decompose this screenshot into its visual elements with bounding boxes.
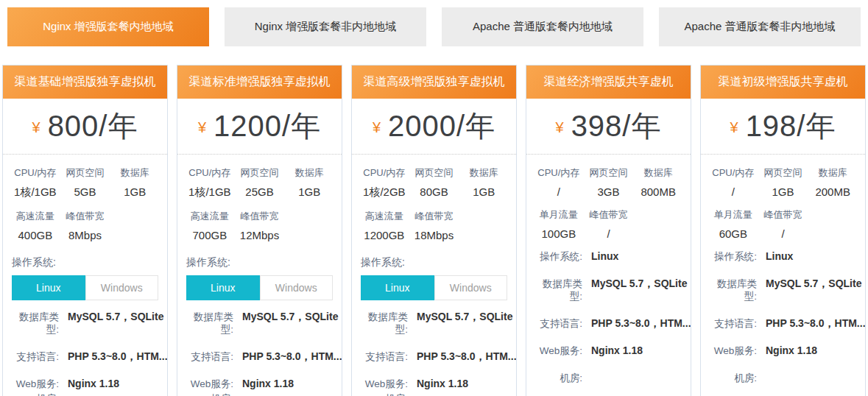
- spec-label: 数据库: [110, 166, 160, 180]
- spec-label: 峰值带宽: [60, 210, 110, 223]
- detail-label: 机房:: [359, 392, 408, 396]
- detail-value: Nginx 1.18: [68, 378, 119, 390]
- price-block: ¥2000/年: [352, 99, 516, 155]
- spec-spacer: [808, 208, 858, 222]
- spec-value: 80GB: [409, 185, 459, 199]
- detail-row: 机房:: [3, 392, 167, 396]
- os-toggle: LinuxWindows: [361, 275, 507, 300]
- detail-label: 支持语言:: [708, 317, 757, 330]
- detail-row: 操作系统:Linux: [701, 250, 865, 263]
- spec-value: 60GB: [708, 227, 758, 240]
- currency-symbol: ¥: [730, 119, 738, 136]
- tab-plan-2[interactable]: Apache 普通版套餐内地地域: [442, 7, 643, 46]
- detail-row: 操作系统:Linux: [526, 250, 691, 263]
- details-list: 操作系统:Linux数据库类型:MySQL 5.7，SQLite支持语言:PHP…: [701, 250, 865, 384]
- detail-row: 数据库类型:MySQL 5.7，SQLite: [526, 277, 691, 303]
- spec-label: 峰值带宽: [758, 208, 808, 222]
- pricing-card: 渠道初级增强版共享虚机¥198/年CPU/内存网页空间数据库/1GB200MB单…: [700, 65, 866, 396]
- spec-value: 1GB: [758, 185, 808, 198]
- detail-row: 支持语言:PHP 5.3~8.0，HTM...: [701, 317, 865, 330]
- detail-value: Linux: [766, 250, 793, 263]
- tab-plan-3[interactable]: Apache 普通版套餐非内地地域: [659, 7, 861, 46]
- spec-value: /: [758, 227, 808, 240]
- currency-symbol: ¥: [198, 119, 206, 136]
- spec-value: 1GB: [284, 185, 334, 199]
- spec-label: 数据库: [808, 166, 858, 180]
- spec-value: /: [584, 227, 634, 240]
- spec-value: 3GB: [584, 185, 634, 198]
- spec-label: 数据库: [459, 166, 509, 180]
- spec-value: 1核/1GB: [185, 185, 235, 199]
- spec-label: 高速流量: [10, 210, 60, 223]
- card-title: 渠道初级增强版共享虚机: [701, 66, 865, 99]
- detail-row: Web服务:Nginx 1.18: [177, 378, 342, 390]
- detail-label: Web服务:: [185, 378, 233, 390]
- spec-spacer: [633, 208, 683, 222]
- detail-label: 机房:: [10, 392, 59, 396]
- spec-value: 5GB: [60, 185, 110, 199]
- detail-value: PHP 5.3~8.0，HTM...: [417, 350, 517, 363]
- tab-plan-1[interactable]: Nginx 增强版套餐非内地地域: [225, 7, 426, 46]
- detail-row: 数据库类型:MySQL 5.7，SQLite: [177, 311, 342, 336]
- detail-value: Nginx 1.18: [417, 378, 468, 390]
- detail-label: Web服务:: [359, 378, 408, 390]
- spec-value: 400GB: [10, 229, 60, 241]
- price-amount: 800/年: [48, 106, 138, 146]
- os-option-windows[interactable]: Windows: [260, 275, 334, 300]
- specs-grid: CPU/内存网页空间数据库/1GB200MB单月流量峰值带宽60GB/: [701, 155, 865, 240]
- detail-row: 支持语言:PHP 5.3~8.0，HTM...: [352, 350, 516, 363]
- pricing-card: 渠道高级增强版独享虚拟机¥2000/年CPU/内存网页空间数据库1核/2GB80…: [351, 65, 517, 396]
- detail-label: 数据库类型:: [359, 311, 408, 336]
- detail-row: Web服务:Nginx 1.18: [3, 378, 167, 390]
- spec-value: 1核/2GB: [359, 185, 409, 199]
- spec-label: 峰值带宽: [409, 210, 459, 223]
- spec-label: 网页空间: [60, 166, 110, 180]
- detail-label: 操作系统:: [708, 250, 757, 263]
- spec-label: 峰值带宽: [235, 210, 285, 223]
- currency-symbol: ¥: [32, 119, 40, 136]
- spec-spacer: [459, 210, 509, 223]
- price-block: ¥398/年: [526, 99, 691, 155]
- spec-spacer: [110, 210, 160, 223]
- specs-grid: CPU/内存网页空间数据库1核/2GB80GB1GB高速流量峰值带宽1200GB…: [352, 155, 516, 241]
- detail-row: 机房:: [177, 392, 342, 396]
- detail-value: MySQL 5.7，SQLite: [417, 311, 512, 336]
- os-option-linux[interactable]: Linux: [361, 275, 434, 300]
- detail-row: 数据库类型:MySQL 5.7，SQLite: [352, 311, 516, 336]
- spec-label: CPU/内存: [185, 166, 235, 180]
- os-option-linux[interactable]: Linux: [12, 275, 85, 300]
- detail-value: MySQL 5.7，SQLite: [68, 311, 163, 336]
- spec-value: 200MB: [808, 185, 858, 198]
- spec-label: 数据库: [633, 166, 683, 180]
- spec-value: 1GB: [459, 185, 509, 199]
- detail-label: 数据库类型:: [10, 311, 59, 336]
- tab-plan-0[interactable]: Nginx 增强版套餐内地地域: [7, 7, 209, 46]
- detail-label: 机房:: [185, 392, 233, 396]
- spec-label: CPU/内存: [10, 166, 60, 180]
- plan-tabs: Nginx 增强版套餐内地地域Nginx 增强版套餐非内地地域Apache 普通…: [7, 7, 861, 46]
- specs-grid: CPU/内存网页空间数据库/3GB800MB单月流量峰值带宽100GB/: [526, 155, 691, 240]
- detail-label: 支持语言:: [10, 350, 59, 363]
- detail-label: 支持语言:: [359, 350, 408, 363]
- detail-value: Nginx 1.18: [591, 344, 643, 357]
- detail-label: 数据库类型:: [185, 311, 233, 336]
- price-amount: 2000/年: [388, 106, 495, 146]
- detail-row: 数据库类型:MySQL 5.7，SQLite: [701, 277, 865, 303]
- spec-value: 1GB: [110, 185, 160, 199]
- os-option-windows[interactable]: Windows: [434, 275, 508, 300]
- detail-label: 数据库类型:: [534, 277, 582, 303]
- spec-label: 网页空间: [758, 166, 808, 180]
- detail-value: MySQL 5.7，SQLite: [591, 277, 687, 303]
- pricing-card: 渠道经济增强版共享虚机¥398/年CPU/内存网页空间数据库/3GB800MB单…: [526, 65, 691, 396]
- spec-label: CPU/内存: [534, 166, 584, 180]
- card-title: 渠道基础增强版独享虚拟机: [3, 66, 167, 99]
- pricing-card: 渠道标准增强版独享虚拟机¥1200/年CPU/内存网页空间数据库1核/1GB25…: [177, 65, 342, 396]
- os-option-linux[interactable]: Linux: [186, 275, 260, 300]
- spec-value: /: [708, 185, 758, 198]
- specs-grid: CPU/内存网页空间数据库1核/1GB5GB1GB高速流量峰值带宽400GB8M…: [3, 155, 167, 241]
- detail-label: Web服务:: [10, 378, 59, 390]
- os-option-windows[interactable]: Windows: [85, 275, 159, 300]
- price-amount: 1200/年: [214, 106, 321, 146]
- os-toggle: LinuxWindows: [186, 275, 333, 300]
- card-title: 渠道高级增强版独享虚拟机: [352, 66, 516, 99]
